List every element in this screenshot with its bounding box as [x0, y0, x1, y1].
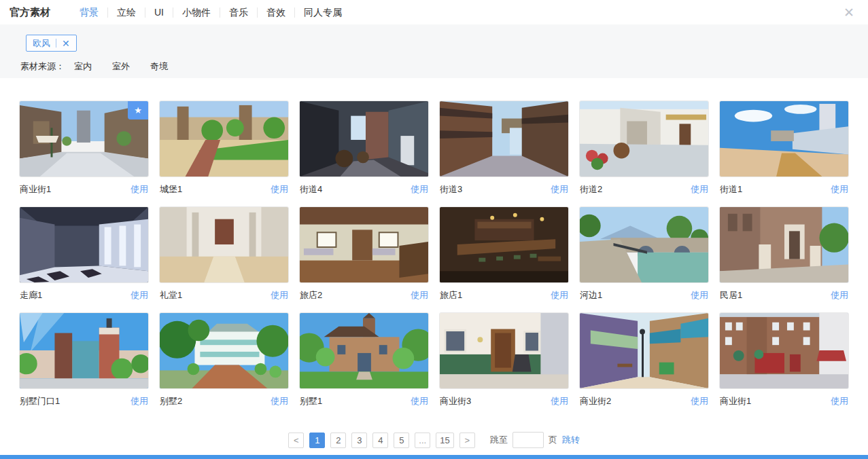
asset-name: 别墅1 — [300, 395, 322, 407]
use-button[interactable]: 使用 — [551, 395, 568, 407]
thumbnail-art-riverside-1 — [580, 207, 708, 282]
use-button[interactable]: 使用 — [411, 183, 428, 196]
thumbnail-art-commercial-street-2 — [580, 313, 708, 388]
asset-card: 旅店2使用 — [299, 206, 429, 301]
use-button[interactable]: 使用 — [271, 183, 288, 196]
filter-option-wonderland[interactable]: 奇境 — [150, 60, 168, 73]
page-button-1[interactable]: 1 — [309, 433, 325, 448]
next-page-button[interactable]: > — [459, 433, 475, 448]
use-button[interactable]: 使用 — [551, 289, 568, 301]
asset-card: 别墅门口1使用 — [19, 312, 149, 407]
remove-tag-icon[interactable]: ✕ — [62, 38, 70, 49]
thumbnail-art-villa-gate-1 — [20, 313, 148, 388]
asset-thumbnail[interactable]: ★ — [19, 100, 149, 177]
star-icon: ★ — [134, 105, 142, 115]
header: 官方素材 背景 立绘 UI 小物件 音乐 音效 同人专属 ✕ — [0, 0, 868, 24]
use-button[interactable]: 使用 — [411, 395, 428, 407]
tab-ui[interactable]: UI — [145, 7, 173, 18]
use-button[interactable]: 使用 — [271, 395, 288, 407]
tab-props[interactable]: 小物件 — [173, 7, 220, 18]
filter-option-indoor[interactable]: 室内 — [74, 60, 92, 73]
asset-name: 别墅门口1 — [20, 395, 60, 407]
filter-option-outdoor[interactable]: 室外 — [112, 60, 130, 73]
asset-card: 商业街3使用 — [439, 312, 569, 407]
page-button-4[interactable]: 4 — [372, 433, 388, 448]
page-button-3[interactable]: 3 — [351, 433, 367, 448]
tab-music[interactable]: 音乐 — [220, 7, 258, 18]
asset-grid: ★ 商业街1使用 城堡1使用 街道4使用 — [19, 100, 849, 407]
page-title: 官方素材 — [10, 6, 50, 19]
asset-thumbnail[interactable] — [19, 206, 149, 283]
tab-background[interactable]: 背景 — [71, 7, 108, 18]
use-button[interactable]: 使用 — [551, 183, 568, 196]
asset-thumbnail[interactable] — [299, 100, 429, 177]
thumbnail-art-castle-1 — [160, 101, 288, 177]
prev-page-button[interactable]: < — [288, 433, 304, 448]
thumbnail-art-street-2 — [580, 101, 708, 177]
asset-thumbnail[interactable] — [159, 100, 289, 177]
use-button[interactable]: 使用 — [131, 395, 148, 407]
use-button[interactable]: 使用 — [831, 289, 848, 301]
page-button-15[interactable]: 15 — [436, 433, 453, 448]
asset-thumbnail[interactable] — [159, 312, 289, 389]
asset-card: 走廊1使用 — [19, 206, 149, 301]
jump-group: 跳至 页 跳转 — [490, 432, 580, 448]
asset-card: 民居1使用 — [719, 206, 849, 301]
asset-thumbnail[interactable] — [579, 100, 709, 177]
thumbnail-art-inn-2 — [300, 207, 428, 282]
asset-name: 街道3 — [440, 183, 462, 196]
asset-thumbnail[interactable] — [579, 312, 709, 389]
asset-name: 旅店1 — [440, 289, 462, 301]
asset-card: 河边1使用 — [579, 206, 709, 301]
asset-thumbnail[interactable] — [439, 206, 569, 283]
page-jump-input[interactable] — [513, 432, 544, 448]
use-button[interactable]: 使用 — [831, 395, 848, 407]
asset-name: 走廊1 — [20, 289, 42, 301]
thumbnail-art-villa-1 — [300, 313, 428, 388]
tab-character-art[interactable]: 立绘 — [108, 7, 145, 18]
thumbnail-art-residence-1 — [720, 207, 848, 282]
star-badge: ★ — [128, 101, 148, 120]
use-button[interactable]: 使用 — [691, 395, 708, 407]
asset-thumbnail[interactable] — [439, 312, 569, 389]
source-label: 素材来源： — [20, 60, 65, 73]
asset-card: 商业街1使用 — [719, 312, 849, 407]
use-button[interactable]: 使用 — [131, 183, 148, 196]
asset-thumbnail[interactable] — [439, 100, 569, 177]
asset-thumbnail[interactable] — [579, 206, 709, 283]
use-button[interactable]: 使用 — [691, 183, 708, 196]
asset-name: 别墅2 — [160, 395, 182, 407]
thumbnail-art-commercial-street-3 — [440, 313, 568, 388]
use-button[interactable]: 使用 — [831, 183, 848, 196]
use-button[interactable]: 使用 — [411, 289, 428, 301]
page-button-2[interactable]: 2 — [330, 433, 346, 448]
tab-sfx[interactable]: 音效 — [258, 7, 295, 18]
page-button-5[interactable]: 5 — [394, 433, 409, 448]
asset-card: 街道4使用 — [299, 100, 429, 196]
filter-tag-euro-style[interactable]: 欧风 ✕ — [26, 35, 77, 52]
asset-card: 城堡1使用 — [159, 100, 289, 196]
asset-thumbnail[interactable] — [159, 206, 289, 283]
use-button[interactable]: 使用 — [271, 289, 288, 301]
thumbnail-art-hall-1 — [160, 207, 288, 282]
close-icon[interactable]: ✕ — [841, 6, 857, 19]
page-ellipsis[interactable]: ... — [415, 433, 430, 448]
asset-card: 商业街2使用 — [579, 312, 709, 407]
jump-to-label: 跳至 — [490, 434, 508, 446]
jump-button[interactable]: 跳转 — [562, 434, 580, 446]
asset-name: 商业街3 — [440, 395, 471, 407]
asset-card: 街道2使用 — [579, 100, 709, 196]
asset-name: 商业街1 — [720, 395, 751, 407]
asset-thumbnail[interactable] — [719, 206, 849, 283]
asset-thumbnail[interactable] — [299, 206, 429, 283]
use-button[interactable]: 使用 — [131, 289, 148, 301]
asset-thumbnail[interactable] — [719, 100, 849, 177]
asset-card: 别墅2使用 — [159, 312, 289, 407]
asset-thumbnail[interactable] — [299, 312, 429, 389]
asset-thumbnail[interactable] — [719, 312, 849, 389]
thumbnail-art-villa-2 — [160, 313, 288, 388]
asset-thumbnail[interactable] — [19, 312, 149, 389]
tab-fan-exclusive[interactable]: 同人专属 — [295, 7, 351, 18]
source-filter-row: 素材来源： 室内 室外 奇境 — [20, 60, 868, 73]
use-button[interactable]: 使用 — [691, 289, 708, 301]
